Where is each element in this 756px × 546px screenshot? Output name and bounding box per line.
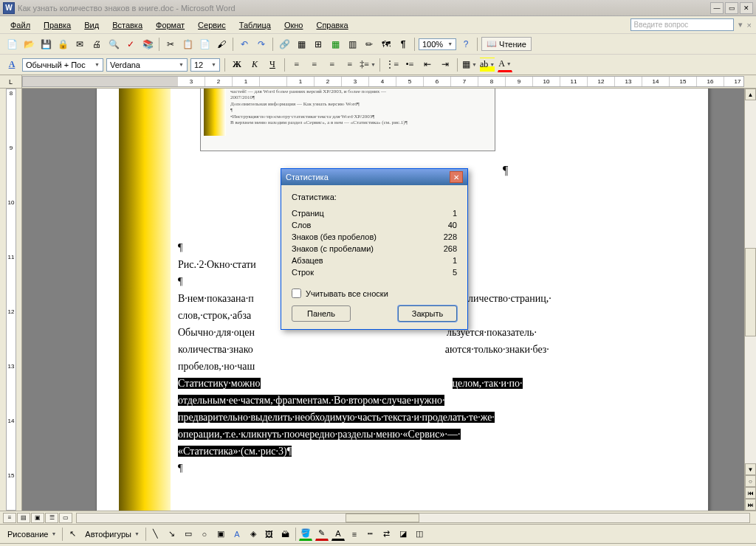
maximize-button[interactable]: ▭ <box>725 2 738 14</box>
diagram-icon[interactable]: ◈ <box>247 528 260 541</box>
menu-window[interactable]: Окно <box>278 18 309 32</box>
line-color-icon[interactable]: ✎ <box>315 528 329 541</box>
normal-view-button[interactable]: ≡ <box>3 513 16 523</box>
scroll-up-button[interactable]: ▲ <box>745 89 756 100</box>
scroll-thumb[interactable] <box>745 248 756 336</box>
paste-icon[interactable]: 📄 <box>197 37 212 52</box>
help-icon[interactable]: ? <box>458 37 473 52</box>
align-right-button[interactable]: ≡ <box>325 58 340 72</box>
menu-insert[interactable]: Вставка <box>106 18 148 32</box>
columns-icon[interactable]: ▥ <box>345 37 360 52</box>
align-center-button[interactable]: ≡ <box>307 58 322 72</box>
drawing-icon[interactable]: ✏ <box>362 37 377 52</box>
undo-icon[interactable]: ↶ <box>237 37 252 52</box>
vertical-scrollbar[interactable]: ▲ ▼ ○ ⏮ ⏭ <box>744 89 756 511</box>
close-dialog-button[interactable]: Закрыть <box>398 305 457 322</box>
next-page-button[interactable]: ⏭ <box>745 499 756 511</box>
copy-icon[interactable]: 📋 <box>180 37 195 52</box>
increase-indent-button[interactable]: ⇥ <box>438 58 453 72</box>
decrease-indent-button[interactable]: ⇤ <box>420 58 435 72</box>
align-left-button[interactable]: ≡ <box>289 58 304 72</box>
help-dropdown[interactable]: ▾ <box>738 20 743 30</box>
line-style-icon[interactable]: ≡ <box>348 528 361 541</box>
show-marks-icon[interactable]: ¶ <box>396 37 410 52</box>
cut-icon[interactable]: ✂ <box>163 37 178 52</box>
line-icon[interactable]: ╲ <box>149 528 162 541</box>
borders-button[interactable]: ▦▼ <box>462 58 477 72</box>
style-combo[interactable]: Обычный + Пос▼ <box>22 58 103 72</box>
insert-table-icon[interactable]: ⊞ <box>311 37 326 52</box>
select-objects-icon[interactable]: ↖ <box>66 528 79 541</box>
reading-view-button[interactable]: ▭ <box>59 513 72 523</box>
tables-borders-icon[interactable]: ▦ <box>294 37 309 52</box>
doc-map-icon[interactable]: 🗺 <box>379 37 394 52</box>
rectangle-icon[interactable]: ▭ <box>182 528 195 541</box>
menu-format[interactable]: Формат <box>150 18 190 32</box>
open-icon[interactable]: 📂 <box>21 37 36 52</box>
format-painter-icon[interactable]: 🖌 <box>214 37 229 52</box>
3d-icon[interactable]: ◫ <box>413 528 426 541</box>
outline-view-button[interactable]: ☰ <box>45 513 58 523</box>
print-icon[interactable]: 🖨 <box>89 37 104 52</box>
permission-icon[interactable]: 🔒 <box>55 37 70 52</box>
prev-page-button[interactable]: ⏮ <box>745 487 756 499</box>
menu-view[interactable]: Вид <box>78 18 105 32</box>
shadow-icon[interactable]: ◪ <box>396 528 410 541</box>
web-view-button[interactable]: ▤ <box>17 513 30 523</box>
autoshapes-menu[interactable]: Автофигуры ▼ <box>82 528 142 540</box>
line-spacing-button[interactable]: ‡≡▼ <box>360 58 375 72</box>
underline-button[interactable]: Ч <box>265 58 280 72</box>
menu-table[interactable]: Таблица <box>233 18 277 32</box>
save-icon[interactable]: 💾 <box>38 37 53 52</box>
ask-question-input[interactable]: Введите вопрос <box>630 18 734 31</box>
menu-help[interactable]: Справка <box>310 18 354 32</box>
arrow-icon[interactable]: ↘ <box>165 528 179 541</box>
footnotes-checkbox[interactable] <box>292 288 301 298</box>
oval-icon[interactable]: ○ <box>198 528 211 541</box>
print-view-button[interactable]: ▣ <box>31 513 44 523</box>
reading-layout-button[interactable]: 📖 Чтение <box>481 37 532 51</box>
menu-file[interactable]: Файл <box>4 18 36 32</box>
wordart-icon[interactable]: A <box>230 528 244 541</box>
horizontal-scrollbar[interactable] <box>76 513 750 523</box>
drawing-menu[interactable]: Рисование ▼ <box>4 528 59 540</box>
panel-button[interactable]: Панель <box>292 305 351 322</box>
clipart-icon[interactable]: 🖼 <box>263 528 276 541</box>
bold-button[interactable]: Ж <box>230 58 244 72</box>
textbox-icon[interactable]: ▣ <box>214 528 227 541</box>
dialog-close-button[interactable]: ✕ <box>450 171 463 183</box>
research-icon[interactable]: 📚 <box>140 37 155 52</box>
scroll-down-button[interactable]: ▼ <box>745 463 756 475</box>
excel-icon[interactable]: ▦ <box>328 37 343 52</box>
minimize-button[interactable]: — <box>710 2 724 14</box>
menu-tools[interactable]: Сервис <box>192 18 232 32</box>
numbered-list-button[interactable]: ⋮≡ <box>385 58 399 72</box>
picture-icon[interactable]: 🏔 <box>279 528 292 541</box>
bullet-list-button[interactable]: •≡ <box>402 58 417 72</box>
redo-icon[interactable]: ↷ <box>254 37 269 52</box>
hscroll-thumb[interactable] <box>346 514 419 522</box>
zoom-combo[interactable]: 100%▼ <box>419 38 456 50</box>
size-combo[interactable]: 12▼ <box>190 58 220 72</box>
new-doc-icon[interactable]: 📄 <box>4 37 19 52</box>
email-icon[interactable]: ✉ <box>72 37 87 52</box>
close-button[interactable]: ✕ <box>740 2 753 14</box>
align-justify-button[interactable]: ≡ <box>343 58 357 72</box>
italic-button[interactable]: К <box>247 58 262 72</box>
styles-pane-icon[interactable]: A <box>4 58 19 72</box>
highlight-button[interactable]: ab▼ <box>480 58 495 72</box>
horizontal-ruler[interactable]: L 3211234567891011121314151617 <box>0 75 756 89</box>
font-combo[interactable]: Verdana▼ <box>106 58 188 72</box>
dialog-titlebar[interactable]: Статистика ✕ <box>281 169 467 185</box>
font-color-button[interactable]: A▼ <box>498 58 512 72</box>
spell-check-icon[interactable]: ✓ <box>123 37 138 52</box>
vertical-ruler[interactable]: 89101112131415 <box>0 89 22 511</box>
print-preview-icon[interactable]: 🔍 <box>106 37 121 52</box>
hyperlink-icon[interactable]: 🔗 <box>277 37 292 52</box>
menu-edit[interactable]: Правка <box>38 18 77 32</box>
scroll-track[interactable] <box>745 100 756 463</box>
browse-object-button[interactable]: ○ <box>745 475 756 487</box>
dash-style-icon[interactable]: ┅ <box>364 528 377 541</box>
font-color-draw-icon[interactable]: A <box>331 528 345 541</box>
fill-color-icon[interactable]: 🪣 <box>299 528 312 541</box>
